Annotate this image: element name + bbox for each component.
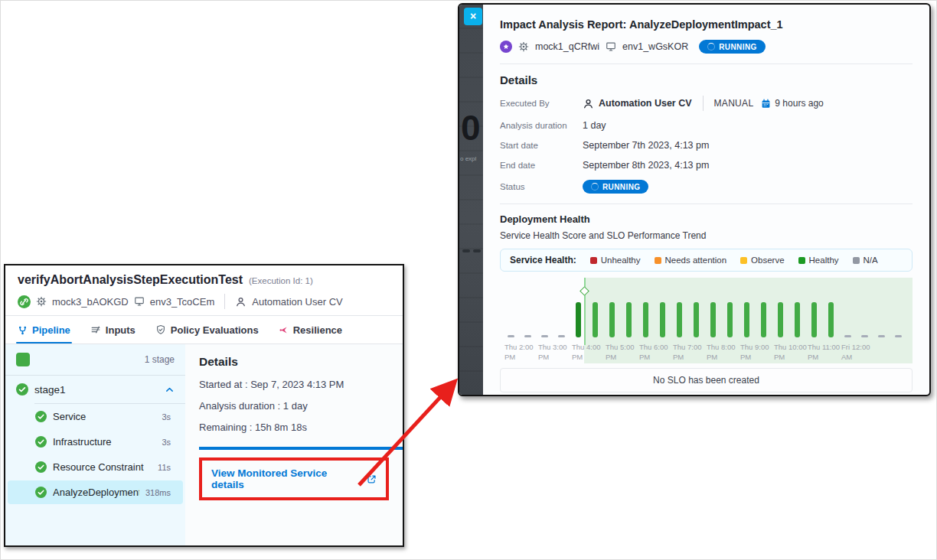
na-dash (861, 335, 868, 338)
step-name: Service (53, 411, 155, 422)
healthy-bar (626, 302, 632, 337)
tab-policy-evaluations-label: Policy Evaluations (171, 324, 259, 336)
legend-label: N/A (864, 256, 878, 265)
step-name: Infrastructure (53, 436, 155, 448)
close-drawer-button[interactable]: × (464, 8, 482, 25)
step-name: Resource Constraint (53, 461, 152, 473)
annotation-red-box: View Monitored Service details (199, 457, 389, 500)
na-dash (878, 335, 885, 338)
inputs-sliders-icon (90, 324, 101, 335)
environment-icon (134, 296, 145, 307)
healthy-bar (710, 302, 716, 337)
status-badge-label: RUNNING (602, 183, 640, 191)
x-axis-label: Thu 11:00 PM (808, 343, 840, 362)
view-monitored-service-link[interactable]: View Monitored Service details (211, 467, 377, 490)
healthy-bar (811, 302, 817, 337)
status-label: Status (500, 182, 583, 191)
tab-resilience[interactable]: Resilience (279, 316, 342, 343)
healthy-bar (609, 302, 615, 337)
step-row-service[interactable]: Service 3s (8, 405, 183, 428)
calendar-icon (761, 99, 771, 109)
tab-inputs[interactable]: Inputs (90, 316, 135, 343)
check-circle-icon (35, 436, 47, 448)
executed-by-label: Executed By (500, 99, 583, 108)
details-heading: Details (500, 73, 913, 86)
na-dash (895, 335, 902, 338)
analysis-progress-bar (199, 447, 403, 450)
step-duration: 3s (162, 438, 174, 447)
legend-swatch-icon (655, 257, 661, 264)
tab-resilience-label: Resilience (293, 324, 342, 336)
health-source-icon (500, 41, 512, 53)
execution-title: verifyAbortAnalysisStepExecutionTest (18, 273, 243, 287)
na-dash (524, 335, 531, 338)
legend-swatch-icon (853, 257, 860, 264)
healthy-bar (677, 302, 682, 337)
na-dash (844, 335, 851, 338)
pipeline-execution-panel: verifyAbortAnalysisStepExecutionTest (Ex… (4, 264, 404, 547)
tab-policy-evaluations[interactable]: Policy Evaluations (155, 316, 259, 343)
legend-item: Healthy (798, 256, 839, 265)
legend-swatch-icon (740, 257, 747, 264)
backdrop-dash (462, 249, 470, 252)
legend-label: Observe (751, 256, 784, 265)
legend-label: Unhealthy (601, 256, 641, 265)
healthy-bar (593, 302, 598, 337)
healthy-bar (795, 302, 800, 337)
environment-name: env3_TcoCEm (150, 296, 215, 308)
step-row-analyze-deployment-impact[interactable]: AnalyzeDeploymentIm... 318ms (8, 480, 183, 504)
stage-list: 1 stage stage1 Service 3s (5, 344, 185, 545)
legend-item: Observe (740, 256, 784, 265)
meta-divider (224, 294, 225, 309)
divider (34, 403, 185, 404)
stage-count-label: 1 stage (145, 354, 175, 365)
backdrop-overlay-strip: 0 o expl × (459, 5, 483, 395)
status-badge-label: RUNNING (719, 43, 756, 51)
analysis-duration-row: Analysis duration 1 day (500, 120, 913, 131)
running-spinner-icon (707, 43, 715, 50)
kv-label: Start date (500, 141, 583, 150)
tab-pipeline-label: Pipeline (32, 324, 70, 336)
step-row-infrastructure[interactable]: Infrastructure 3s (8, 430, 183, 454)
chevron-up-icon[interactable] (165, 385, 175, 395)
step-duration: 3s (162, 412, 174, 422)
kv-value: 1 day (583, 120, 606, 131)
healthy-bar (828, 302, 834, 337)
report-title: Impact Analysis Report: AnalyzeDeploymen… (500, 18, 913, 31)
execution-header: verifyAbortAnalysisStepExecutionTest (Ex… (5, 265, 403, 315)
remaining-line: Remaining : 15h 8m 18s (199, 422, 389, 433)
na-dash (558, 335, 565, 338)
x-axis-label: Thu 9:00 PM (740, 343, 769, 362)
legend-item: Needs attention (655, 256, 727, 265)
execution-tabs: Pipeline Inputs Policy Evaluations Resil… (5, 315, 403, 344)
stage-name: stage1 (34, 384, 158, 396)
divider (500, 203, 913, 204)
healthy-bar (660, 302, 665, 337)
tab-pipeline[interactable]: Pipeline (18, 316, 70, 343)
tab-inputs-label: Inputs (106, 324, 135, 336)
x-axis-label: Thu 8:00 PM (707, 343, 736, 362)
x-axis-label: Thu 2:00 PM (504, 343, 534, 362)
impact-analysis-content: Impact Analysis Report: AnalyzeDeploymen… (483, 5, 929, 395)
started-at-line: Started at : Sep 7, 2023 4:13 PM (199, 379, 389, 390)
stage-row-stage1[interactable]: stage1 (5, 376, 185, 403)
healthy-bar (744, 302, 749, 337)
service-gear-icon (36, 296, 47, 307)
step-row-resource-constraint[interactable]: Resource Constraint 11s (8, 455, 183, 479)
healthy-bar (778, 302, 783, 337)
check-circle-icon (35, 411, 47, 422)
executed-by-user: Automation User CV (599, 98, 692, 109)
x-axis-label: Thu 3:00 PM (538, 343, 567, 362)
execution-id: (Execution Id: 1) (249, 276, 313, 285)
legend-item: N/A (853, 256, 878, 265)
healthy-bar (694, 302, 699, 337)
step-name: AnalyzeDeploymentIm... (53, 487, 139, 498)
view-monitored-service-link-label: View Monitored Service details (211, 467, 361, 490)
start-date-row: Start date September 7th 2023, 4:13 pm (500, 140, 913, 151)
check-circle-icon (35, 461, 47, 473)
kv-label: End date (500, 161, 583, 170)
x-axis-label: Thu 4:00 PM (572, 343, 601, 362)
pipeline-success-icon (18, 295, 31, 308)
user-icon (583, 98, 594, 109)
x-axis-label: Fri 12:00 AM (841, 343, 870, 362)
